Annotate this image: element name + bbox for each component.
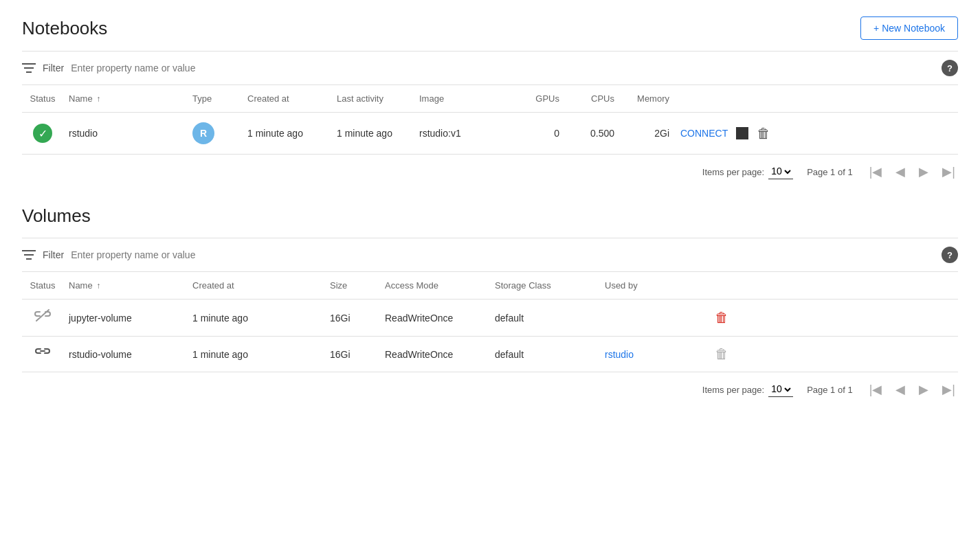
volume-created-cell-1: 1 minute ago bbox=[187, 300, 324, 337]
status-running-icon: ✓ bbox=[33, 124, 52, 143]
notebook-name-cell: rstudio bbox=[63, 113, 187, 155]
vcol-header-usedby: Used by bbox=[599, 272, 709, 300]
table-row: rstudio-volume 1 minute ago 16Gi ReadWri… bbox=[22, 337, 958, 372]
items-per-page-select[interactable]: 10 25 50 bbox=[768, 165, 793, 179]
next-page-button[interactable]: ▶ bbox=[916, 163, 931, 181]
volume-usedby-link[interactable]: rstudio bbox=[605, 349, 634, 360]
table-row: jupyter-volume 1 minute ago 16Gi ReadWri… bbox=[22, 300, 958, 337]
notebook-gpus-cell: 0 bbox=[510, 113, 565, 155]
notebooks-filter-bar: Filter ? bbox=[22, 52, 958, 85]
vname-sort-arrow: ↑ bbox=[96, 281, 100, 291]
notebook-memory-cell: 2Gi bbox=[620, 113, 675, 155]
delete-volume-icon-2[interactable]: 🗑 bbox=[715, 346, 728, 361]
volume-access-cell-2: ReadWriteOnce bbox=[379, 337, 489, 372]
new-notebook-button[interactable]: + New Notebook bbox=[860, 16, 958, 40]
vcol-header-access: Access Mode bbox=[379, 272, 489, 300]
col-header-name[interactable]: Name ↑ bbox=[63, 85, 187, 113]
col-header-memory: Memory bbox=[620, 85, 675, 113]
vcol-header-created: Created at bbox=[187, 272, 324, 300]
delete-notebook-icon[interactable]: 🗑 bbox=[757, 126, 770, 142]
vitems-per-page-select[interactable]: 10 25 50 bbox=[768, 383, 793, 397]
notebooks-page-info: Page 1 of 1 bbox=[807, 167, 853, 177]
last-page-button[interactable]: ▶| bbox=[939, 163, 958, 181]
vcol-header-status: Status bbox=[22, 272, 63, 300]
volume-usedby-cell-1 bbox=[599, 300, 709, 337]
notebooks-table: Status Name ↑ Type Created at Last activ… bbox=[22, 85, 958, 155]
vlast-page-button[interactable]: ▶| bbox=[939, 381, 958, 398]
volume-storage-cell-2: default bbox=[489, 337, 599, 372]
col-header-activity: Last activity bbox=[331, 85, 414, 113]
stop-icon[interactable] bbox=[736, 127, 748, 139]
volumes-filter-icon bbox=[22, 249, 36, 260]
notebook-actions-cell: CONNECT 🗑 bbox=[675, 113, 958, 155]
notebook-activity-cell: 1 minute ago bbox=[331, 113, 414, 155]
col-header-cpus: CPUs bbox=[565, 85, 620, 113]
vcol-header-storage: Storage Class bbox=[489, 272, 599, 300]
volumes-page-info: Page 1 of 1 bbox=[807, 385, 853, 395]
volume-usedby-cell-2: rstudio bbox=[599, 337, 709, 372]
notebook-created-cell: 1 minute ago bbox=[242, 113, 331, 155]
link-icon bbox=[34, 346, 51, 361]
volume-created-cell-2: 1 minute ago bbox=[187, 337, 324, 372]
type-r-badge: R bbox=[192, 122, 214, 144]
vprev-page-button[interactable]: ◀ bbox=[893, 381, 908, 398]
volume-name-cell-1: jupyter-volume bbox=[63, 300, 187, 337]
col-header-status: Status bbox=[22, 85, 63, 113]
notebooks-filter-label: Filter bbox=[43, 63, 64, 74]
volumes-pagination: Items per page: 10 25 50 Page 1 of 1 |◀ … bbox=[22, 372, 958, 407]
volume-access-cell-1: ReadWriteOnce bbox=[379, 300, 489, 337]
volumes-filter-bar: Filter ? bbox=[22, 238, 958, 272]
volume-actions-cell-2: 🗑 bbox=[709, 337, 958, 372]
delete-volume-icon-1[interactable]: 🗑 bbox=[715, 310, 728, 325]
volumes-title: Volumes bbox=[22, 205, 91, 227]
vfirst-page-button[interactable]: |◀ bbox=[867, 381, 885, 398]
volumes-table: Status Name ↑ Created at Size Access Mod… bbox=[22, 272, 958, 372]
vcol-header-name[interactable]: Name ↑ bbox=[63, 272, 187, 300]
filter-icon bbox=[22, 63, 36, 74]
col-header-actions bbox=[675, 85, 958, 113]
vitems-per-page-label: Items per page: bbox=[702, 385, 764, 395]
notebook-image-cell: rstudio:v1 bbox=[414, 113, 510, 155]
volume-storage-cell-1: default bbox=[489, 300, 599, 337]
volumes-filter-label: Filter bbox=[43, 249, 64, 260]
col-header-image: Image bbox=[414, 85, 510, 113]
volume-actions-cell-1: 🗑 bbox=[709, 300, 958, 337]
volumes-filter-input[interactable] bbox=[71, 249, 935, 260]
notebooks-title: Notebooks bbox=[22, 18, 107, 39]
vcol-header-size: Size bbox=[324, 272, 379, 300]
vcol-header-actions bbox=[709, 272, 958, 300]
notebook-status-cell: ✓ bbox=[22, 113, 63, 155]
col-header-gpus: GPUs bbox=[510, 85, 565, 113]
connect-button[interactable]: CONNECT bbox=[680, 128, 728, 139]
volume-size-cell-2: 16Gi bbox=[324, 337, 379, 372]
volume-status-cell-2 bbox=[22, 337, 63, 372]
volume-status-cell-1 bbox=[22, 300, 63, 337]
notebooks-help-icon[interactable]: ? bbox=[942, 60, 958, 76]
col-header-created: Created at bbox=[242, 85, 331, 113]
name-sort-arrow: ↑ bbox=[96, 94, 100, 104]
first-page-button[interactable]: |◀ bbox=[867, 163, 885, 181]
notebooks-pagination: Items per page: 10 25 50 Page 1 of 1 |◀ … bbox=[22, 155, 958, 189]
volume-name-cell-2: rstudio-volume bbox=[63, 337, 187, 372]
items-per-page-label: Items per page: bbox=[702, 167, 764, 177]
unlink-icon bbox=[34, 310, 51, 326]
notebook-cpus-cell: 0.500 bbox=[565, 113, 620, 155]
table-row: ✓ rstudio R 1 minute ago 1 minute ago rs… bbox=[22, 113, 958, 155]
volume-size-cell-1: 16Gi bbox=[324, 300, 379, 337]
notebook-type-cell: R bbox=[187, 113, 242, 155]
volumes-help-icon[interactable]: ? bbox=[942, 247, 958, 263]
col-header-type: Type bbox=[187, 85, 242, 113]
notebooks-filter-input[interactable] bbox=[71, 63, 935, 74]
prev-page-button[interactable]: ◀ bbox=[893, 163, 908, 181]
vnext-page-button[interactable]: ▶ bbox=[916, 381, 931, 398]
